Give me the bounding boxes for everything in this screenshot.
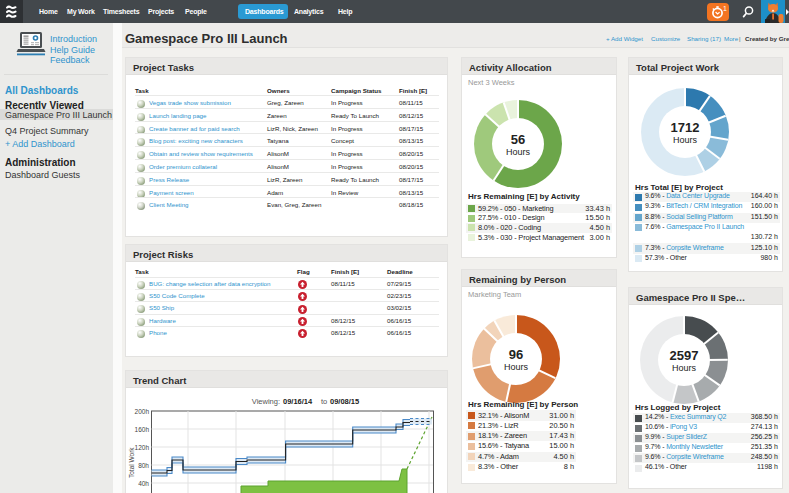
svg-text:Total Work: Total Work: [128, 447, 135, 478]
svg-text:Viewing:: Viewing:: [252, 397, 280, 406]
svg-text:09/16/14: 09/16/14: [283, 397, 313, 406]
svg-text:40h: 40h: [138, 480, 149, 487]
svg-text:120h: 120h: [135, 444, 150, 451]
svg-text:160h: 160h: [135, 426, 150, 433]
svg-text:200h: 200h: [135, 408, 150, 415]
svg-text:to: to: [321, 397, 327, 406]
svg-text:1: 1: [723, 5, 727, 12]
svg-text:09/08/15: 09/08/15: [330, 397, 359, 406]
svg-text:80h: 80h: [138, 462, 149, 469]
